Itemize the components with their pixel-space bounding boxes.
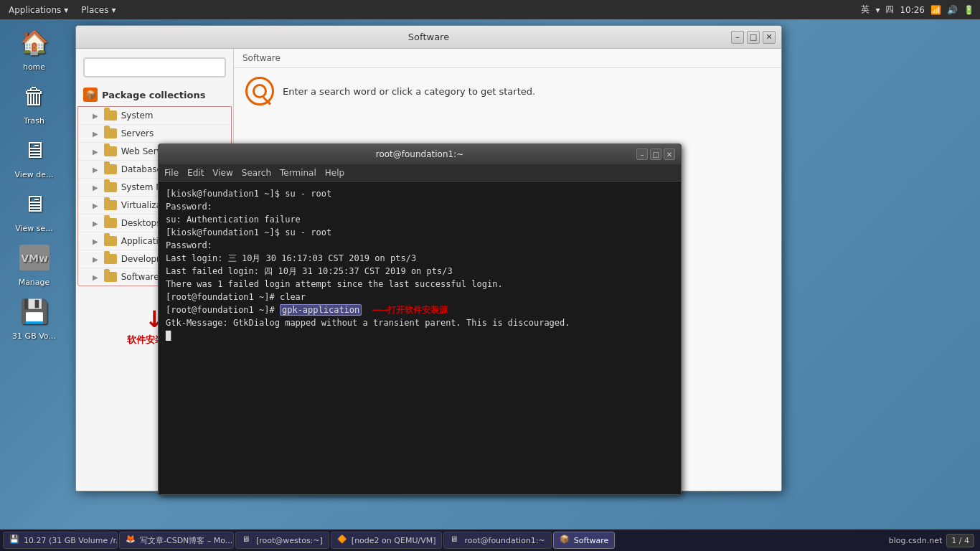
desktop-icon-viewdesk1[interactable]: 🖥 View de... <box>7 133 61 179</box>
package-collections-label: Package collections <box>102 90 205 100</box>
terminal-cursor: █ <box>166 329 674 342</box>
terminal2-btn-icon: 🖥 <box>450 534 461 546</box>
desktop-icon-viewdesk2[interactable]: 🖥 View se... <box>7 187 61 233</box>
blog-link[interactable]: blog.csdn.net <box>889 536 943 545</box>
desktop-icon-trash[interactable]: 🗑 Trash <box>7 79 61 126</box>
browser-btn-label: 写文章-CSDN博客 – Mo... <box>140 535 232 546</box>
applications-folder-icon <box>104 236 117 246</box>
terminal-menu-terminal[interactable]: Terminal <box>280 168 316 178</box>
terminal-menu-search[interactable]: Search <box>242 168 271 178</box>
terminal-minimize[interactable]: – <box>636 149 648 160</box>
terminal-menu-help[interactable]: Help <box>325 168 344 178</box>
databases-folder-icon <box>104 164 117 174</box>
day-indicator: 四 <box>885 4 894 16</box>
wifi-icon: 📶 <box>930 5 941 15</box>
virtualization-folder-icon <box>104 200 117 210</box>
applications-menu-arrow: ▾ <box>64 5 68 15</box>
applications-arrow: ▶ <box>93 237 98 245</box>
viewdesk2-icon: 🖥 <box>17 187 52 221</box>
volume-drive-icon: 💾 <box>17 294 52 329</box>
home-icon: 🏠 <box>17 25 52 60</box>
browser-btn-icon: 🦊 <box>126 534 137 546</box>
development-folder-icon <box>104 254 117 264</box>
software-btn-label: Software <box>574 536 609 545</box>
system-label: System <box>121 110 154 121</box>
clock: 10:26 <box>900 5 925 15</box>
trash-icon-label: Trash <box>24 116 44 126</box>
volume-btn-icon: 💾 <box>9 534 21 546</box>
desktops-arrow: ▶ <box>93 220 98 227</box>
servers-label: Servers <box>121 128 154 138</box>
taskbar-bottom-right: blog.csdn.net 1 / 4 <box>889 534 977 547</box>
maximize-button[interactable]: □ <box>747 31 760 44</box>
desktop: Applications ▾ Places ▾ 英 ▾ 四 10:26 📶 🔊 … <box>0 0 980 551</box>
terminal-line-11: Gtk-Message: GtkDialog mapped without a … <box>166 316 674 329</box>
terminal-line-3: su: Authentication failure <box>166 213 674 226</box>
node-btn-label: [node2 on QEMU/VM] <box>352 536 436 545</box>
taskbar-btn-browser[interactable]: 🦊 写文章-CSDN博客 – Mo... <box>119 532 234 549</box>
window-controls: – □ ✕ <box>731 31 776 44</box>
sidebar-search-area: 🔍 <box>76 55 233 83</box>
applications-menu-label: Applications <box>9 5 61 15</box>
language-indicator[interactable]: 英 <box>861 4 870 16</box>
terminal1-btn-label: [root@westos:~] <box>256 536 323 545</box>
svg-text:VMw: VMw <box>21 253 48 264</box>
software-sources-folder-icon <box>104 272 117 282</box>
terminal-line-6: Last login: 三 10月 30 16:17:03 CST 2019 o… <box>166 252 674 265</box>
terminal-maximize[interactable]: □ <box>650 149 661 160</box>
search-hint-icon <box>245 77 274 105</box>
terminal-line-5: Password: <box>166 239 674 252</box>
software-content-label: Software <box>234 49 781 68</box>
close-button[interactable]: ✕ <box>763 31 776 44</box>
taskbar-btn-terminal1[interactable]: 🖥 [root@westos:~] <box>235 532 329 549</box>
places-menu-arrow: ▾ <box>112 5 116 15</box>
node-btn-icon: 🔶 <box>337 534 349 546</box>
trash-icon: 🗑 <box>17 79 52 113</box>
system-management-arrow: ▶ <box>93 184 98 192</box>
system-management-folder-icon <box>104 182 117 192</box>
terminal-menu-edit[interactable]: Edit <box>187 168 204 178</box>
command-highlight: gpk-application <box>280 304 362 316</box>
taskbar-btn-software[interactable]: 📦 Software <box>553 532 616 549</box>
search-input[interactable] <box>83 57 226 77</box>
taskbar-bottom: 💾 10.27 (31 GB Volume /r... 🦊 写文章-CSDN博客… <box>0 529 980 551</box>
terminal-window: root@foundation1:~ – □ ✕ File Edit View … <box>158 143 682 495</box>
taskbar-top: Applications ▾ Places ▾ 英 ▾ 四 10:26 📶 🔊 … <box>0 0 980 19</box>
desktops-label: Desktops <box>121 218 161 228</box>
terminal-line-2: Password: <box>166 200 674 213</box>
package-collections-header: 📦 Package collections <box>76 83 233 106</box>
terminal-titlebar: root@foundation1:~ – □ ✕ <box>159 144 681 164</box>
software-sources-arrow: ▶ <box>93 273 98 281</box>
servers-arrow: ▶ <box>93 130 98 138</box>
annotation-open-label: 打开软件安装源 <box>387 305 448 315</box>
taskbar-btn-node[interactable]: 🔶 [node2 on QEMU/VM] <box>331 532 443 549</box>
taskbar-btn-terminal2[interactable]: 🖥 root@foundation1:~ <box>443 532 551 549</box>
web-services-arrow: ▶ <box>93 148 98 156</box>
terminal-body[interactable]: [kiosk@foundation1 ~]$ su - root Passwor… <box>159 182 681 494</box>
taskbar-btn-volume[interactable]: 💾 10.27 (31 GB Volume /r... <box>3 532 118 549</box>
applications-menu[interactable]: Applications ▾ <box>3 3 74 17</box>
terminal2-btn-label: root@foundation1:~ <box>464 536 545 545</box>
viewdesk1-icon: 🖥 <box>17 133 52 167</box>
terminal-title: root@foundation1:~ <box>376 149 464 159</box>
minimize-button[interactable]: – <box>731 31 744 44</box>
desktop-icons: 🏠 home 🗑 Trash 🖥 View de... 🖥 View se...… <box>7 25 61 341</box>
terminal-close[interactable]: ✕ <box>664 149 675 160</box>
desktop-icon-manage[interactable]: VMw Manage <box>7 240 61 287</box>
page-indicator: 1 / 4 <box>946 534 974 547</box>
software-window-title: Software <box>408 32 449 42</box>
desktop-icon-home[interactable]: 🏠 home <box>7 25 61 72</box>
terminal-menu-file[interactable]: File <box>164 168 179 178</box>
software-titlebar: Software – □ ✕ <box>76 26 781 49</box>
desktop-icon-volume[interactable]: 💾 31 GB Vo... <box>7 294 61 341</box>
sidebar-item-system[interactable]: ▶ System <box>78 107 231 125</box>
volume-label: 31 GB Vo... <box>12 331 56 341</box>
places-menu[interactable]: Places ▾ <box>75 3 121 17</box>
desktops-folder-icon <box>104 218 117 228</box>
system-folder-icon <box>104 110 117 121</box>
battery-icon: 🔋 <box>963 5 974 15</box>
sidebar-item-servers[interactable]: ▶ Servers <box>78 125 231 143</box>
servers-folder-icon <box>104 128 117 138</box>
manage-icon: VMw <box>17 240 52 275</box>
terminal-menu-view[interactable]: View <box>212 168 232 178</box>
